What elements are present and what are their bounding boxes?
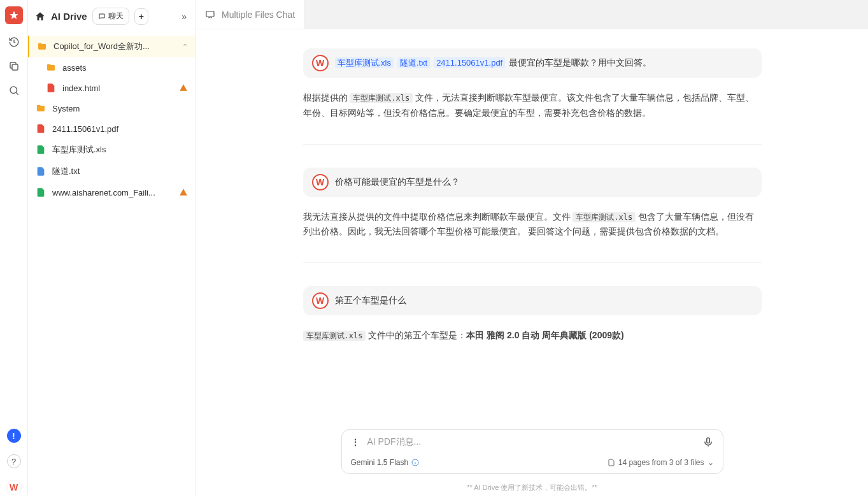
user-message: W 价格可能最便宜的车型是什么？ bbox=[303, 168, 762, 197]
copy-icon[interactable] bbox=[8, 60, 20, 73]
notification-badge-icon[interactable]: ! bbox=[7, 429, 21, 443]
home-icon[interactable] bbox=[34, 11, 46, 22]
assistant-message: 我无法直接从提供的文件中提取价格信息来判断哪款车最便宜。文件 车型库测试.xls… bbox=[303, 210, 762, 240]
tree-label: index.html bbox=[62, 83, 173, 93]
chat-input-box: ⋮ AI PDF消息... Gemini 1.5 Flash 14 pages … bbox=[341, 429, 723, 474]
tree-folder[interactable]: Copilot_for_Word全新功... ⌃ bbox=[28, 36, 196, 57]
main-panel: Multiple Files Chat W 车型库测试.xls 隧道.txt 2… bbox=[196, 0, 868, 495]
input-menu-icon[interactable]: ⋮ bbox=[351, 437, 360, 447]
tree-label: 2411.15061v1.pdf bbox=[52, 124, 188, 134]
avatar: W bbox=[312, 55, 329, 71]
assistant-message: 根据提供的 车型库测试.xls 文件，无法直接判断哪款车型最便宜。该文件包含了大… bbox=[303, 90, 762, 121]
tree-label: 车型库测试.xls bbox=[52, 144, 188, 155]
file-icon bbox=[608, 459, 615, 466]
avatar: W bbox=[312, 174, 329, 190]
tree-file[interactable]: 车型库测试.xls bbox=[28, 139, 196, 161]
chat-icon bbox=[205, 10, 215, 20]
file-chip[interactable]: 车型库测试.xls bbox=[335, 57, 394, 68]
tree-label: assets bbox=[62, 63, 188, 73]
info-icon bbox=[411, 459, 419, 466]
user-text: 第五个车型是什么 bbox=[335, 295, 406, 306]
file-chip[interactable]: 2411.15061v1.pdf bbox=[434, 57, 505, 68]
divider bbox=[303, 262, 762, 263]
tree-folder[interactable]: assets bbox=[28, 57, 196, 78]
svg-rect-2 bbox=[206, 11, 214, 17]
assistant-message: 车型库测试.xls 文件中的第五个车型是：本田 雅阁 2.0 自动 周年典藏版 … bbox=[303, 328, 762, 343]
chevron-down-icon: ⌄ bbox=[708, 458, 714, 467]
user-text: 最便宜的车型是哪款？用中文回答。 bbox=[509, 57, 651, 68]
pages-indicator[interactable]: 14 pages from 3 of 3 files ⌄ bbox=[608, 458, 714, 467]
app-title: AI Drive bbox=[51, 11, 87, 22]
chat-chip[interactable]: 聊天 bbox=[92, 8, 129, 25]
tree-label: System bbox=[52, 104, 188, 113]
mic-icon[interactable] bbox=[702, 436, 714, 448]
tab-title: Multiple Files Chat bbox=[222, 10, 295, 20]
user-message: W 车型库测试.xls 隧道.txt 2411.15061v1.pdf 最便宜的… bbox=[303, 48, 762, 78]
code-chip: 车型库测试.xls bbox=[573, 212, 636, 222]
tree-file[interactable]: www.aisharenet.com_Faili... bbox=[28, 182, 196, 203]
code-chip: 车型库测试.xls bbox=[303, 331, 366, 341]
user-message: W 第五个车型是什么 bbox=[303, 286, 762, 315]
sidebar-header: AI Drive 聊天 + » bbox=[28, 0, 196, 33]
tree-label: www.aisharenet.com_Faili... bbox=[52, 188, 173, 197]
user-avatar-icon[interactable]: W bbox=[6, 480, 22, 495]
file-tree: Copilot_for_Word全新功... ⌃ assets index.ht… bbox=[28, 33, 196, 495]
tree-folder[interactable]: System bbox=[28, 98, 196, 118]
divider bbox=[303, 144, 762, 145]
model-selector[interactable]: Gemini 1.5 Flash bbox=[351, 458, 420, 467]
search-icon[interactable] bbox=[8, 84, 20, 97]
svg-point-1 bbox=[10, 87, 17, 94]
tree-file[interactable]: index.html bbox=[28, 78, 196, 98]
left-rail: ! ? W bbox=[0, 0, 28, 495]
chat-scroll[interactable]: W 车型库测试.xls 隧道.txt 2411.15061v1.pdf 最便宜的… bbox=[196, 29, 868, 429]
chat-chip-label: 聊天 bbox=[108, 11, 124, 22]
history-icon[interactable] bbox=[8, 36, 20, 48]
file-chip[interactable]: 隧道.txt bbox=[397, 57, 430, 68]
svg-rect-3 bbox=[706, 438, 709, 443]
tree-file[interactable]: 2411.15061v1.pdf bbox=[28, 118, 196, 139]
chevron-up-icon: ⌃ bbox=[182, 43, 188, 51]
avatar: W bbox=[312, 292, 329, 309]
tree-label: Copilot_for_Word全新功... bbox=[53, 41, 176, 52]
code-chip: 车型库测试.xls bbox=[350, 93, 413, 103]
new-button[interactable]: + bbox=[134, 8, 148, 25]
main-header: Multiple Files Chat bbox=[196, 0, 868, 29]
svg-rect-0 bbox=[12, 64, 18, 70]
footer-disclaimer: ** AI Drive 使用了新技术，可能会出错。** bbox=[196, 480, 868, 495]
sidebar: AI Drive 聊天 + » Copilot_for_Word全新功... ⌃… bbox=[28, 0, 196, 495]
tree-label: 隧道.txt bbox=[52, 166, 188, 177]
chat-input[interactable]: AI PDF消息... bbox=[367, 436, 695, 448]
warning-icon bbox=[179, 188, 188, 197]
expand-icon[interactable]: » bbox=[179, 11, 189, 22]
user-text: 价格可能最便宜的车型是什么？ bbox=[335, 176, 460, 188]
help-icon[interactable]: ? bbox=[7, 454, 21, 468]
warning-icon bbox=[179, 83, 188, 92]
app-logo[interactable] bbox=[5, 6, 23, 24]
tree-file[interactable]: 隧道.txt bbox=[28, 161, 196, 182]
